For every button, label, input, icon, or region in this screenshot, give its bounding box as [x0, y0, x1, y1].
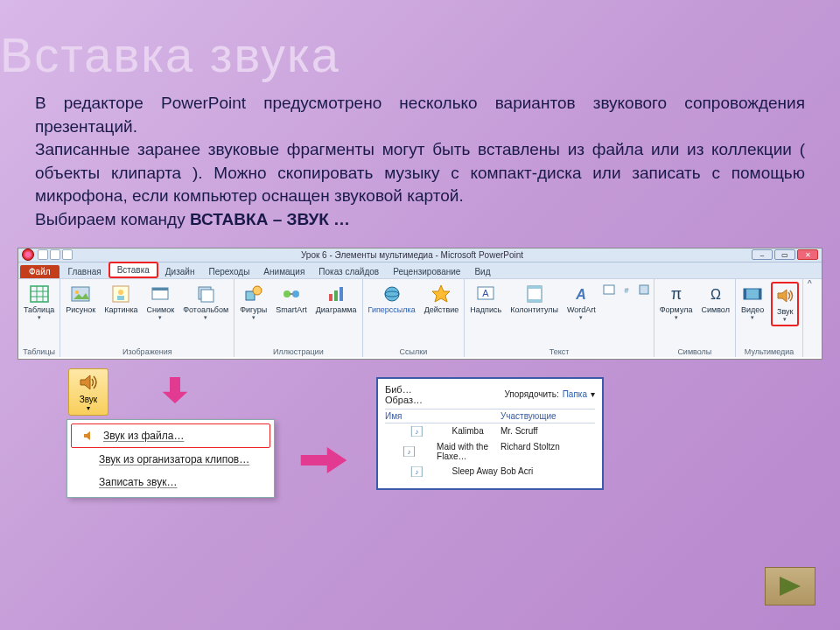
svg-point-8: [118, 290, 123, 295]
svg-marker-40: [301, 447, 347, 473]
paragraph-2: Записанные заранее звуковые фрагменты мо…: [35, 140, 805, 205]
window-titlebar: Урок 6 - Элементы мультимедиа - Microsof…: [18, 248, 822, 262]
speaker-small-icon: [82, 429, 96, 443]
sound-dropdown-button[interactable]: Звук ▾: [68, 368, 108, 416]
datetime-icon: [603, 284, 615, 296]
breadcrumb[interactable]: Биб… Образ…: [385, 384, 423, 405]
ribbon-wordart-button[interactable]: AWordArt: [565, 282, 598, 323]
svg-marker-24: [432, 285, 450, 302]
menu-item-label: Звук из файла…: [103, 430, 184, 442]
svg-point-15: [253, 286, 262, 295]
column-headers[interactable]: Имя Участвующие: [385, 409, 595, 424]
ribbon-audio-button[interactable]: Звук: [771, 282, 799, 326]
svg-rect-11: [152, 288, 168, 290]
svg-text:A: A: [576, 287, 587, 302]
window-controls: – ▭ ✕: [752, 249, 818, 260]
svg-text:♪: ♪: [408, 448, 411, 456]
symbol-icon: Ω: [705, 284, 726, 304]
sort-control[interactable]: Упорядочить: Папка ▾: [504, 389, 595, 399]
qat-redo-icon[interactable]: [62, 249, 73, 260]
ribbon-clipart-label: Картинка: [104, 305, 137, 314]
textbox-icon: A: [475, 284, 496, 304]
file-artist: Bob Acri: [500, 466, 533, 477]
speaker-icon: [77, 372, 100, 393]
tab-file[interactable]: Файл: [20, 265, 60, 278]
ribbon-textbox-button[interactable]: AНадпись: [468, 282, 503, 316]
object-icon: [638, 284, 650, 296]
list-item[interactable]: ♪Sleep Away Bob Acri: [385, 464, 595, 480]
quick-access-toolbar: [38, 249, 73, 260]
ribbon-chart-label: Диаграмма: [316, 305, 357, 314]
next-slide-button[interactable]: [765, 567, 816, 606]
qat-undo-icon[interactable]: [50, 249, 60, 260]
crumb-1: Биб…: [385, 384, 412, 395]
ribbon-album-button[interactable]: Фотоальбом: [181, 282, 230, 323]
svg-rect-9: [117, 296, 124, 300]
ribbon-hyperlink-button[interactable]: Гиперссылка: [367, 282, 417, 316]
ribbon-datetime-button[interactable]: [603, 282, 615, 298]
ribbon-slidenumber-button[interactable]: #: [620, 282, 633, 298]
ribbon-equation-button[interactable]: πФормула: [658, 282, 695, 323]
svg-rect-38: [759, 289, 761, 299]
ribbon-video-button[interactable]: Видео: [739, 282, 766, 323]
tab-view[interactable]: Вид: [467, 265, 497, 278]
group-label-illustrations: Иллюстрации: [273, 346, 324, 357]
svg-rect-19: [329, 294, 332, 301]
chevron-down-icon: ▾: [591, 389, 595, 399]
tab-review[interactable]: Рецензирование: [386, 265, 467, 278]
speaker-icon: [774, 285, 795, 306]
ribbon-shapes-button[interactable]: Фигуры: [238, 282, 269, 323]
menu-record-sound[interactable]: Записать звук…: [67, 471, 274, 494]
list-item[interactable]: ♪Maid with the Flaxe… Richard Stoltzn: [385, 439, 595, 464]
ribbon-chart-button[interactable]: Диаграмма: [314, 282, 359, 316]
tab-transitions[interactable]: Переходы: [201, 265, 256, 278]
tab-insert[interactable]: Вставка: [108, 262, 158, 278]
ribbon-object-button[interactable]: [638, 282, 650, 298]
ribbon-smartart-button[interactable]: SmartArt: [274, 282, 309, 316]
group-illustrations: Фигуры SmartArt Диаграмма Иллюстрации: [234, 279, 362, 357]
ribbon-picture-button[interactable]: Рисунок: [64, 282, 97, 316]
ribbon-screenshot-button[interactable]: Снимок: [145, 282, 177, 323]
chevron-down-icon: ▾: [69, 404, 108, 412]
svg-rect-31: [604, 285, 614, 294]
music-file-icon: ♪: [385, 466, 449, 477]
tab-animations[interactable]: Анимация: [256, 265, 312, 278]
group-label-tables: Таблицы: [23, 346, 55, 357]
ribbon-action-button[interactable]: Действие: [423, 282, 461, 316]
ribbon-symbol-button[interactable]: ΩСимвол: [699, 282, 731, 316]
group-label-text: Текст: [550, 346, 570, 357]
tab-slideshow[interactable]: Показ слайдов: [312, 265, 386, 278]
group-links: Гиперссылка Действие Ссылки: [363, 279, 466, 357]
file-artist: Richard Stoltzn: [500, 442, 560, 461]
ribbon-table-button[interactable]: Таблица: [22, 282, 56, 323]
qat-save-icon[interactable]: [38, 249, 48, 260]
tab-home[interactable]: Главная: [61, 265, 108, 278]
svg-point-6: [75, 290, 79, 294]
minimize-ribbon-icon[interactable]: ^: [803, 279, 816, 357]
ribbon-clipart-button[interactable]: Картинка: [102, 282, 139, 316]
menu-sound-from-file[interactable]: Звук из файла…: [71, 424, 270, 448]
shapes-icon: [243, 284, 264, 304]
slidenumber-icon: #: [620, 284, 633, 296]
menu-sound-from-organizer[interactable]: Звук из организатора клипов…: [67, 448, 274, 471]
slide-body: В редакторе PowerPoint предусмотрено нес…: [0, 83, 840, 241]
command-text: ВСТАВКА – ЗВУК …: [190, 210, 350, 228]
minimize-button[interactable]: –: [752, 249, 773, 260]
ribbon-table-label: Таблица: [24, 305, 54, 321]
ribbon-symbol-label: Символ: [701, 305, 729, 314]
svg-rect-33: [640, 285, 648, 294]
group-media: Видео Звук Мультимедиа: [736, 279, 803, 357]
ribbon-headerfooter-button[interactable]: Колонтитулы: [508, 282, 560, 316]
svg-rect-18: [290, 293, 293, 295]
list-item[interactable]: ♪Kalimba Mr. Scruff: [385, 424, 595, 439]
ribbon-smartart-label: SmartArt: [276, 305, 307, 314]
music-file-icon: ♪: [385, 446, 433, 457]
crumb-2: Образ…: [385, 395, 423, 405]
tab-design[interactable]: Дизайн: [158, 265, 202, 278]
maximize-button[interactable]: ▭: [774, 249, 795, 260]
file-name: Sleep Away: [452, 466, 498, 476]
sort-label: Упорядочить:: [504, 389, 558, 399]
close-button[interactable]: ✕: [797, 249, 818, 260]
ribbon-shapes-label: Фигуры: [240, 305, 267, 321]
office-button-icon[interactable]: [22, 248, 34, 261]
